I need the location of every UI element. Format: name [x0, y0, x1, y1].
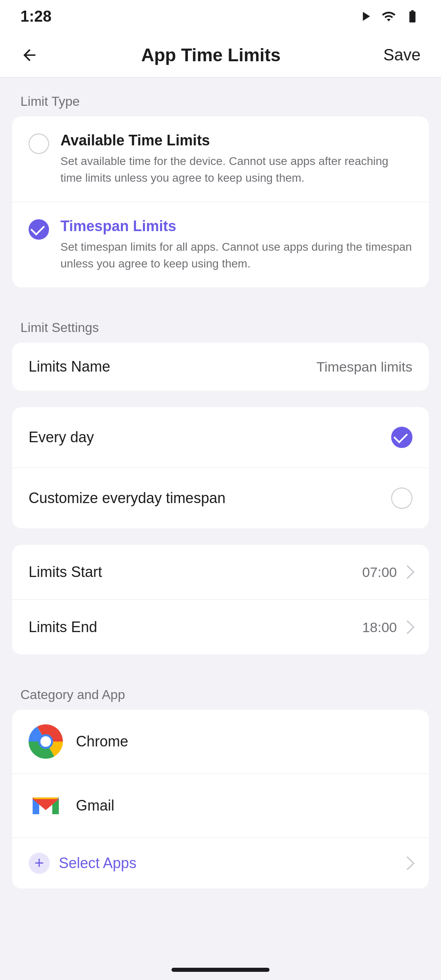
timespan-radio-circle [29, 219, 49, 240]
available-radio-circle [29, 134, 49, 154]
limits-start-chevron-icon [401, 565, 414, 579]
timespan-title: Timespan Limits [60, 218, 412, 235]
select-apps-label: Select Apps [59, 855, 136, 872]
status-bar: 1:28 [0, 0, 441, 33]
limit-settings-section-label: Limit Settings [0, 304, 441, 343]
chrome-app-row: Chrome [12, 710, 429, 774]
limits-start-value: 07:00 [362, 564, 397, 580]
limits-end-row[interactable]: Limits End 18:00 [12, 600, 429, 655]
limits-name-card: Limits Name Timespan limits [12, 343, 429, 391]
time-limits-card: Limits Start 07:00 Limits End 18:00 [12, 545, 429, 655]
play-icon [358, 9, 373, 24]
available-desc: Set available time for the device. Canno… [60, 153, 412, 186]
available-text: Available Time Limits Set available time… [60, 132, 412, 186]
battery-icon [404, 9, 421, 24]
timespan-limits-option[interactable]: Timespan Limits Set timespan limits for … [12, 202, 429, 287]
chrome-app-name: Chrome [76, 733, 128, 750]
svg-point-2 [40, 736, 51, 747]
plus-icon: + [34, 855, 44, 871]
schedule-options-card: Every day Customize everyday timespan [12, 407, 429, 528]
every-day-option[interactable]: Every day [12, 407, 429, 468]
back-arrow-icon [20, 46, 38, 64]
limit-type-card: Available Time Limits Set available time… [12, 116, 429, 287]
gmail-app-icon [29, 788, 63, 823]
customize-check [391, 488, 412, 509]
limits-name-label: Limits Name [29, 358, 110, 375]
available-title: Available Time Limits [60, 132, 412, 149]
page-title: App Time Limits [141, 45, 281, 65]
limits-end-value: 18:00 [362, 619, 397, 635]
limit-type-section-label: Limit Type [0, 78, 441, 116]
limits-start-value-wrap: 07:00 [362, 564, 412, 580]
gmail-app-row: Gmail [12, 774, 429, 838]
available-time-limits-option[interactable]: Available Time Limits Set available time… [12, 116, 429, 202]
limits-name-value: Timespan limits [316, 359, 412, 375]
select-apps-left: + Select Apps [29, 853, 136, 874]
limits-start-row[interactable]: Limits Start 07:00 [12, 545, 429, 600]
category-app-section-label: Category and App [0, 671, 441, 710]
plus-circle-icon: + [29, 853, 50, 874]
status-icons [358, 9, 421, 24]
limits-start-label: Limits Start [29, 564, 102, 581]
category-app-card: Chrome [12, 710, 429, 889]
select-apps-row[interactable]: + Select Apps [12, 838, 429, 889]
limits-end-chevron-icon [401, 620, 414, 634]
back-button[interactable] [20, 46, 38, 64]
timespan-desc: Set timespan limits for all apps. Cannot… [60, 239, 412, 272]
home-bar [172, 968, 270, 972]
chrome-app-icon [29, 724, 63, 759]
save-button[interactable]: Save [383, 46, 421, 64]
select-apps-chevron-icon [401, 856, 414, 870]
every-day-label: Every day [29, 429, 94, 446]
customize-option[interactable]: Customize everyday timespan [12, 468, 429, 528]
wifi-icon [381, 9, 397, 24]
app-header: App Time Limits Save [0, 33, 441, 78]
every-day-check [391, 427, 412, 448]
gmail-app-name: Gmail [76, 797, 114, 814]
limits-end-value-wrap: 18:00 [362, 619, 412, 635]
limits-end-label: Limits End [29, 619, 97, 636]
status-time: 1:28 [20, 8, 51, 25]
limits-name-row[interactable]: Limits Name Timespan limits [12, 343, 429, 391]
customize-label: Customize everyday timespan [29, 490, 225, 507]
timespan-text: Timespan Limits Set timespan limits for … [60, 218, 412, 272]
